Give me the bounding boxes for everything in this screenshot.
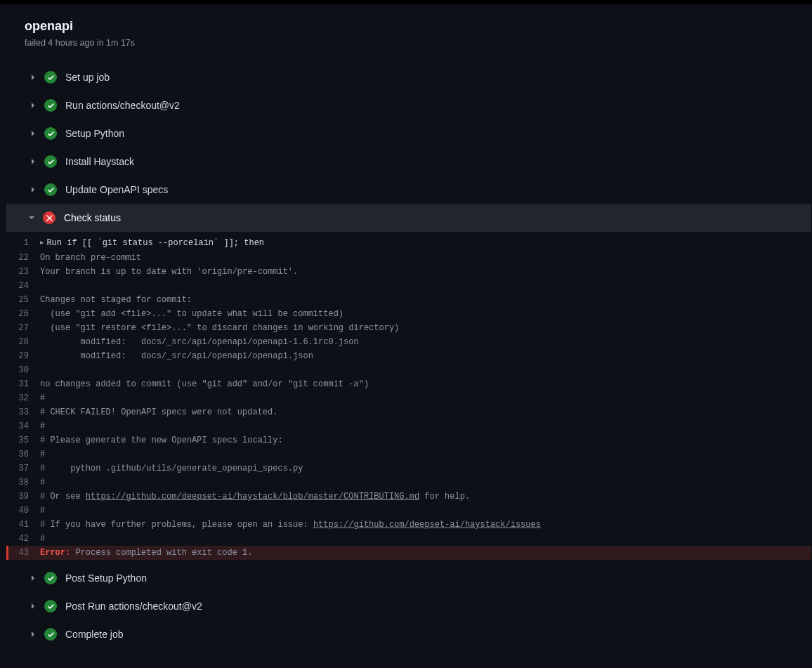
- line-number: 34: [6, 419, 40, 433]
- line-number: 35: [6, 433, 40, 447]
- log-line[interactable]: 26 (use "git add <file>..." to update wh…: [6, 307, 811, 321]
- log-line[interactable]: 1 ▶Run if [[ `git status --porcelain` ]]…: [6, 236, 811, 251]
- log-text: # python .github/utils/generate_openapi_…: [40, 461, 303, 476]
- step-row[interactable]: Update OpenAPI specs: [6, 176, 811, 204]
- status-success-icon: [44, 99, 57, 112]
- line-number: 33: [6, 405, 40, 419]
- status-success-icon: [44, 183, 57, 196]
- line-number: 40: [6, 504, 40, 518]
- line-number: 32: [6, 391, 40, 405]
- step-label: Install Haystack: [65, 156, 134, 167]
- log-text: #: [40, 476, 45, 490]
- line-number: 39: [6, 490, 40, 504]
- log-line[interactable]: 40 #: [6, 504, 811, 518]
- log-line[interactable]: 29 modified: docs/_src/api/openapi/opena…: [6, 349, 811, 363]
- status-success-icon: [44, 600, 57, 613]
- line-number: 26: [6, 307, 40, 321]
- step-row[interactable]: Run actions/checkout@v2: [6, 91, 811, 119]
- status-success-icon: [44, 71, 57, 84]
- log-line-error[interactable]: 43 Error: Process completed with exit co…: [6, 546, 811, 560]
- issues-link[interactable]: https://github.com/deepset-ai/haystack/i…: [313, 520, 541, 530]
- line-number: 42: [6, 532, 40, 546]
- line-number: 38: [6, 476, 40, 490]
- step-label: Post Run actions/checkout@v2: [65, 601, 202, 612]
- step-row[interactable]: Set up job: [6, 63, 811, 91]
- log-line[interactable]: 42 #: [6, 532, 811, 546]
- log-line[interactable]: 38#: [6, 476, 811, 490]
- log-line[interactable]: 32#: [6, 391, 811, 405]
- step-label: Update OpenAPI specs: [65, 184, 168, 195]
- status-success-icon: [44, 572, 57, 584]
- log-line[interactable]: 35# Please generate the new OpenAPI spec…: [6, 433, 811, 447]
- chevron-right-icon: [27, 72, 39, 83]
- chevron-right-icon: [27, 572, 39, 584]
- log-text: (use "git add <file>..." to update what …: [40, 307, 343, 321]
- step-check-status[interactable]: Check status: [6, 204, 811, 232]
- log-line[interactable]: 27 (use "git restore <file>..." to disca…: [6, 321, 811, 335]
- step-label: Post Setup Python: [65, 572, 147, 584]
- log-text: On branch pre-commit: [40, 251, 141, 265]
- line-number: 41: [6, 518, 40, 532]
- job-header: openapi failed 4 hours ago in 1m 17s: [6, 5, 811, 58]
- step-row[interactable]: Post Run actions/checkout@v2: [6, 592, 811, 620]
- log-output: 1 ▶Run if [[ `git status --porcelain` ]]…: [6, 232, 811, 564]
- line-number: 25: [6, 293, 40, 307]
- step-row[interactable]: Setup Python: [6, 119, 811, 148]
- line-number: 37: [6, 461, 40, 476]
- log-text: modified: docs/_src/api/openapi/openapi-…: [40, 335, 359, 349]
- line-number: 24: [6, 279, 40, 293]
- line-number: 31: [6, 377, 40, 391]
- job-title: openapi: [25, 18, 793, 35]
- step-label: Run actions/checkout@v2: [65, 100, 180, 111]
- chevron-right-icon: [27, 100, 39, 111]
- log-text: #: [40, 447, 45, 461]
- log-line[interactable]: 25Changes not staged for commit:: [6, 293, 811, 307]
- step-row[interactable]: Post Setup Python: [6, 564, 811, 592]
- line-number: 30: [6, 363, 40, 377]
- error-label: Error:: [40, 548, 70, 558]
- line-number: 43: [6, 546, 40, 560]
- log-line[interactable]: 39 # Or see https://github.com/deepset-a…: [6, 490, 811, 504]
- step-label: Check status: [64, 212, 121, 223]
- step-row[interactable]: Install Haystack: [6, 148, 811, 176]
- chevron-right-icon: [27, 128, 39, 139]
- step-label: Complete job: [65, 629, 124, 640]
- step-label: Set up job: [65, 72, 110, 83]
- chevron-right-icon: [27, 601, 39, 612]
- status-success-icon: [44, 628, 57, 641]
- line-number: 27: [6, 321, 40, 335]
- line-number: 1: [6, 236, 40, 250]
- log-line[interactable]: 37# python .github/utils/generate_openap…: [6, 461, 811, 476]
- log-line[interactable]: 31no changes added to commit (use "git a…: [6, 377, 811, 391]
- step-label: Setup Python: [65, 128, 124, 139]
- log-line[interactable]: 41 # If you have further problems, pleas…: [6, 518, 811, 532]
- contributing-link[interactable]: https://github.com/deepset-ai/haystack/b…: [86, 492, 419, 502]
- line-number: 28: [6, 335, 40, 349]
- log-text: #: [40, 419, 45, 433]
- log-text: # Please generate the new OpenAPI specs …: [40, 433, 283, 447]
- log-line[interactable]: 23Your branch is up to date with 'origin…: [6, 265, 811, 279]
- chevron-right-icon: [27, 629, 39, 640]
- line-number: 29: [6, 349, 40, 363]
- log-line[interactable]: 33# CHECK FAILED! OpenAPI specs were not…: [6, 405, 811, 419]
- log-line[interactable]: 30: [6, 363, 811, 377]
- chevron-down-icon: [26, 212, 37, 223]
- job-subtitle: failed 4 hours ago in 1m 17s: [25, 38, 793, 48]
- log-text: no changes added to commit (use "git add…: [40, 377, 369, 391]
- log-line[interactable]: 28 modified: docs/_src/api/openapi/opena…: [6, 335, 811, 349]
- log-text: (use "git restore <file>..." to discard …: [40, 321, 399, 335]
- status-fail-icon: [43, 211, 55, 224]
- step-row[interactable]: Complete job: [6, 620, 811, 648]
- chevron-right-icon: [27, 184, 39, 195]
- log-line[interactable]: 34#: [6, 419, 811, 433]
- log-text: Your branch is up to date with 'origin/p…: [40, 265, 298, 279]
- log-text: #: [40, 532, 45, 546]
- log-line[interactable]: 24: [6, 279, 811, 293]
- log-text: # CHECK FAILED! OpenAPI specs were not u…: [40, 405, 277, 419]
- chevron-right-icon: [27, 156, 39, 167]
- log-line[interactable]: 36#: [6, 447, 811, 461]
- log-text: modified: docs/_src/api/openapi/openapi.…: [40, 349, 313, 363]
- log-text: #: [40, 391, 45, 405]
- log-text: Process completed with exit code 1.: [70, 548, 252, 558]
- log-line[interactable]: 22On branch pre-commit: [6, 251, 811, 265]
